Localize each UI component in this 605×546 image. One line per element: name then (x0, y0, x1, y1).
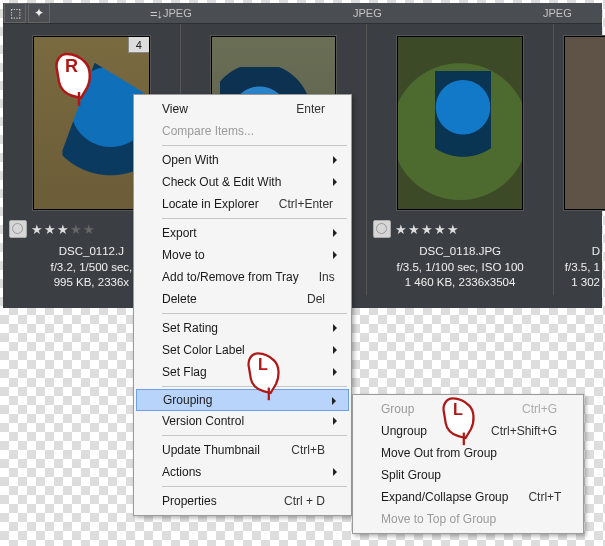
exif-label: f/3.5, 1/100 sec, ISO 100 (369, 260, 551, 276)
exif-label: f/3.5, 1 (556, 260, 600, 276)
select-tool-button[interactable]: ⬚ (4, 3, 26, 23)
menu-item-properties[interactable]: PropertiesCtrl + D (136, 490, 349, 512)
menu-item-open-with[interactable]: Open With (136, 149, 349, 171)
format-label: JPEG (353, 7, 543, 19)
menu-item-move-to[interactable]: Move to (136, 244, 349, 266)
submenu-item-move-out[interactable]: Move Out from Group (355, 442, 581, 464)
menu-item-set-rating[interactable]: Set Rating (136, 317, 349, 339)
menu-item-view[interactable]: ViewEnter (136, 98, 349, 120)
format-label: JPEG (163, 7, 353, 19)
thumbnail-cell[interactable]: D f/3.5, 1 1 302 (553, 24, 602, 295)
menu-item-set-flag[interactable]: Set Flag (136, 361, 349, 383)
filename-label: DSC_0118.JPG (369, 244, 551, 260)
menu-item-tray[interactable]: Add to/Remove from TrayIns (136, 266, 349, 288)
tag-icon[interactable] (373, 220, 391, 238)
submenu-item-expand-collapse[interactable]: Expand/Collapse GroupCtrl+T (355, 486, 581, 508)
thumbnail-meta: DSC_0118.JPG f/3.5, 1/100 sec, ISO 100 1… (367, 240, 553, 295)
rating-stars[interactable]: ★★★★★ (31, 222, 96, 237)
tag-icon[interactable] (9, 220, 27, 238)
menu-item-update-thumbnail[interactable]: Update ThumbnailCtrl+B (136, 439, 349, 461)
menu-item-delete[interactable]: DeleteDel (136, 288, 349, 310)
group-count-badge: 4 (128, 36, 150, 53)
rating-stars[interactable]: ★★★★★ (395, 222, 460, 237)
thumbnail-image[interactable] (397, 36, 523, 210)
thumbnail-meta: D f/3.5, 1 1 302 (554, 240, 602, 295)
toolbar: ⬚ ✦ =↓ JPEG JPEG JPEG (3, 3, 602, 24)
sort-icon[interactable]: =↓ (150, 6, 162, 21)
submenu-item-split[interactable]: Split Group (355, 464, 581, 486)
size-label: 1 460 KB, 2336x3504 (369, 275, 551, 291)
filename-label: D (556, 244, 600, 260)
menu-item-version-control[interactable]: Version Control (136, 410, 349, 432)
submenu-item-move-to-top: Move to Top of Group (355, 508, 581, 530)
thumbnail-cell[interactable]: ★★★★★ DSC_0118.JPG f/3.5, 1/100 sec, ISO… (366, 24, 553, 295)
context-menu: ViewEnter Compare Items... Open With Che… (133, 94, 352, 516)
submenu-item-group: GroupCtrl+G (355, 398, 581, 420)
thumbnail-image[interactable] (564, 36, 605, 210)
menu-item-export[interactable]: Export (136, 222, 349, 244)
menu-item-compare: Compare Items... (136, 120, 349, 142)
size-label: 1 302 (556, 275, 600, 291)
magic-tool-button[interactable]: ✦ (28, 3, 50, 23)
menu-item-actions[interactable]: Actions (136, 461, 349, 483)
submenu-item-ungroup[interactable]: UngroupCtrl+Shift+G (355, 420, 581, 442)
format-label: JPEG (543, 7, 605, 19)
menu-item-locate[interactable]: Locate in ExplorerCtrl+Enter (136, 193, 349, 215)
menu-item-grouping[interactable]: Grouping (136, 389, 349, 411)
grouping-submenu: GroupCtrl+G UngroupCtrl+Shift+G Move Out… (352, 394, 584, 534)
menu-item-set-color[interactable]: Set Color Label (136, 339, 349, 361)
menu-item-checkout[interactable]: Check Out & Edit With (136, 171, 349, 193)
